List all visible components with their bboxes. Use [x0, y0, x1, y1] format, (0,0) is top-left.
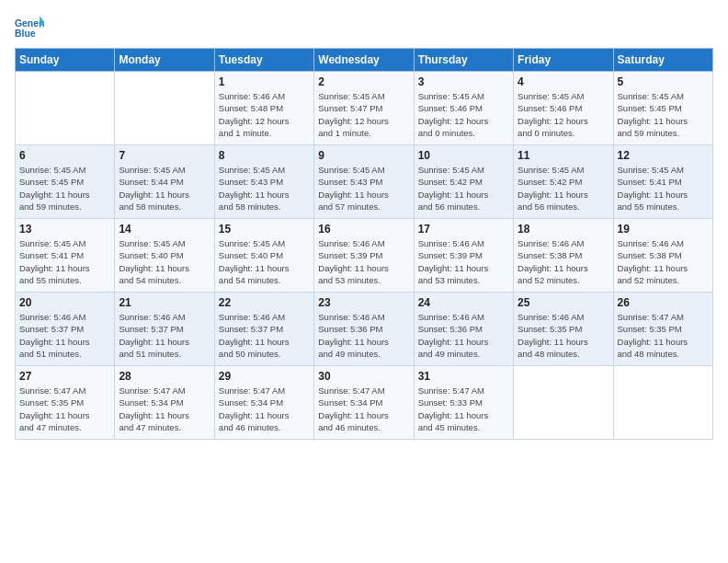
- day-detail: Sunrise: 5:45 AM Sunset: 5:44 PM Dayligh…: [119, 164, 210, 213]
- calendar-cell: 11Sunrise: 5:45 AM Sunset: 5:42 PM Dayli…: [514, 145, 613, 219]
- calendar-cell: 7Sunrise: 5:45 AM Sunset: 5:44 PM Daylig…: [115, 145, 214, 219]
- day-number: 4: [518, 75, 609, 88]
- day-detail: Sunrise: 5:47 AM Sunset: 5:33 PM Dayligh…: [418, 385, 509, 433]
- calendar-cell: 17Sunrise: 5:46 AM Sunset: 5:39 PM Dayli…: [414, 219, 513, 293]
- day-number: 7: [119, 149, 210, 162]
- day-detail: Sunrise: 5:45 AM Sunset: 5:40 PM Dayligh…: [119, 237, 210, 286]
- day-detail: Sunrise: 5:46 AM Sunset: 5:37 PM Dayligh…: [119, 311, 210, 360]
- day-detail: Sunrise: 5:45 AM Sunset: 5:41 PM Dayligh…: [19, 237, 110, 286]
- day-detail: Sunrise: 5:45 AM Sunset: 5:40 PM Dayligh…: [219, 237, 310, 286]
- day-detail: Sunrise: 5:45 AM Sunset: 5:45 PM Dayligh…: [618, 90, 709, 139]
- day-detail: Sunrise: 5:45 AM Sunset: 5:42 PM Dayligh…: [418, 164, 509, 213]
- calendar-cell: 30Sunrise: 5:47 AM Sunset: 5:34 PM Dayli…: [314, 366, 414, 440]
- day-detail: Sunrise: 5:45 AM Sunset: 5:42 PM Dayligh…: [518, 164, 609, 213]
- day-number: 13: [19, 223, 110, 236]
- weekday-header-sunday: Sunday: [16, 49, 115, 72]
- day-detail: Sunrise: 5:45 AM Sunset: 5:45 PM Dayligh…: [19, 164, 110, 213]
- day-detail: Sunrise: 5:46 AM Sunset: 5:38 PM Dayligh…: [618, 237, 709, 286]
- day-number: 30: [318, 370, 409, 383]
- day-detail: Sunrise: 5:46 AM Sunset: 5:36 PM Dayligh…: [418, 311, 509, 360]
- day-number: 15: [219, 223, 310, 236]
- day-number: 27: [19, 370, 110, 383]
- calendar-cell: 14Sunrise: 5:45 AM Sunset: 5:40 PM Dayli…: [115, 219, 214, 293]
- day-detail: Sunrise: 5:47 AM Sunset: 5:35 PM Dayligh…: [19, 385, 110, 433]
- day-number: 22: [219, 296, 310, 309]
- page-header: General Blue: [15, 15, 713, 40]
- calendar-cell: 15Sunrise: 5:45 AM Sunset: 5:40 PM Dayli…: [214, 219, 313, 293]
- calendar-cell: 5Sunrise: 5:45 AM Sunset: 5:45 PM Daylig…: [613, 72, 712, 145]
- calendar-cell: [514, 366, 613, 440]
- weekday-header-tuesday: Tuesday: [214, 49, 313, 72]
- calendar-cell: 4Sunrise: 5:45 AM Sunset: 5:46 PM Daylig…: [514, 72, 613, 145]
- day-number: 2: [318, 75, 409, 88]
- calendar-cell: 22Sunrise: 5:46 AM Sunset: 5:37 PM Dayli…: [214, 293, 313, 366]
- day-detail: Sunrise: 5:46 AM Sunset: 5:37 PM Dayligh…: [19, 311, 110, 360]
- day-number: 25: [518, 296, 609, 309]
- day-detail: Sunrise: 5:46 AM Sunset: 5:38 PM Dayligh…: [518, 237, 609, 286]
- day-number: 14: [119, 223, 210, 236]
- day-detail: Sunrise: 5:45 AM Sunset: 5:46 PM Dayligh…: [418, 90, 509, 139]
- calendar-week-5: 27Sunrise: 5:47 AM Sunset: 5:35 PM Dayli…: [16, 366, 713, 440]
- day-detail: Sunrise: 5:45 AM Sunset: 5:43 PM Dayligh…: [219, 164, 310, 213]
- day-number: 21: [119, 296, 210, 309]
- calendar-cell: [115, 72, 214, 145]
- calendar-table: SundayMondayTuesdayWednesdayThursdayFrid…: [15, 48, 713, 440]
- day-number: 6: [19, 149, 110, 162]
- day-number: 3: [418, 75, 509, 88]
- day-number: 9: [318, 149, 409, 162]
- calendar-week-3: 13Sunrise: 5:45 AM Sunset: 5:41 PM Dayli…: [16, 219, 713, 293]
- day-number: 12: [618, 149, 709, 162]
- calendar-week-2: 6Sunrise: 5:45 AM Sunset: 5:45 PM Daylig…: [16, 145, 713, 219]
- logo: General Blue: [15, 15, 44, 40]
- calendar-cell: 12Sunrise: 5:45 AM Sunset: 5:41 PM Dayli…: [613, 145, 712, 219]
- day-detail: Sunrise: 5:47 AM Sunset: 5:34 PM Dayligh…: [119, 385, 210, 433]
- calendar-cell: 27Sunrise: 5:47 AM Sunset: 5:35 PM Dayli…: [16, 366, 115, 440]
- day-number: 26: [618, 296, 709, 309]
- day-number: 8: [219, 149, 310, 162]
- day-number: 10: [418, 149, 509, 162]
- day-detail: Sunrise: 5:45 AM Sunset: 5:41 PM Dayligh…: [618, 164, 709, 213]
- calendar-cell: 8Sunrise: 5:45 AM Sunset: 5:43 PM Daylig…: [214, 145, 313, 219]
- day-number: 23: [318, 296, 409, 309]
- day-number: 5: [618, 75, 709, 88]
- calendar-cell: 31Sunrise: 5:47 AM Sunset: 5:33 PM Dayli…: [414, 366, 513, 440]
- calendar-cell: 9Sunrise: 5:45 AM Sunset: 5:43 PM Daylig…: [314, 145, 414, 219]
- day-detail: Sunrise: 5:46 AM Sunset: 5:35 PM Dayligh…: [518, 311, 609, 360]
- day-number: 28: [119, 370, 210, 383]
- svg-text:Blue: Blue: [15, 29, 36, 39]
- calendar-week-1: 1Sunrise: 5:46 AM Sunset: 5:48 PM Daylig…: [16, 72, 713, 145]
- calendar-cell: 25Sunrise: 5:46 AM Sunset: 5:35 PM Dayli…: [514, 293, 613, 366]
- day-detail: Sunrise: 5:46 AM Sunset: 5:39 PM Dayligh…: [318, 237, 409, 286]
- calendar-cell: 28Sunrise: 5:47 AM Sunset: 5:34 PM Dayli…: [115, 366, 214, 440]
- day-detail: Sunrise: 5:46 AM Sunset: 5:39 PM Dayligh…: [418, 237, 509, 286]
- calendar-cell: 16Sunrise: 5:46 AM Sunset: 5:39 PM Dayli…: [314, 219, 414, 293]
- calendar-cell: 3Sunrise: 5:45 AM Sunset: 5:46 PM Daylig…: [414, 72, 513, 145]
- day-detail: Sunrise: 5:45 AM Sunset: 5:46 PM Dayligh…: [518, 90, 609, 139]
- calendar-cell: 2Sunrise: 5:45 AM Sunset: 5:47 PM Daylig…: [314, 72, 414, 145]
- day-detail: Sunrise: 5:46 AM Sunset: 5:37 PM Dayligh…: [219, 311, 310, 360]
- weekday-header-thursday: Thursday: [414, 49, 513, 72]
- weekday-header-wednesday: Wednesday: [314, 49, 414, 72]
- calendar-cell: 13Sunrise: 5:45 AM Sunset: 5:41 PM Dayli…: [16, 219, 115, 293]
- day-number: 17: [418, 223, 509, 236]
- calendar-cell: 21Sunrise: 5:46 AM Sunset: 5:37 PM Dayli…: [115, 293, 214, 366]
- day-number: 29: [219, 370, 310, 383]
- calendar-cell: 10Sunrise: 5:45 AM Sunset: 5:42 PM Dayli…: [414, 145, 513, 219]
- day-number: 16: [318, 223, 409, 236]
- day-detail: Sunrise: 5:45 AM Sunset: 5:43 PM Dayligh…: [318, 164, 409, 213]
- day-detail: Sunrise: 5:47 AM Sunset: 5:34 PM Dayligh…: [318, 385, 409, 433]
- day-number: 1: [219, 75, 310, 88]
- logo-icon: General Blue: [15, 15, 44, 40]
- calendar-week-4: 20Sunrise: 5:46 AM Sunset: 5:37 PM Dayli…: [16, 293, 713, 366]
- day-number: 20: [19, 296, 110, 309]
- calendar-cell: [613, 366, 712, 440]
- day-number: 11: [518, 149, 609, 162]
- calendar-cell: 29Sunrise: 5:47 AM Sunset: 5:34 PM Dayli…: [214, 366, 313, 440]
- day-number: 31: [418, 370, 509, 383]
- weekday-header-friday: Friday: [514, 49, 613, 72]
- day-number: 24: [418, 296, 509, 309]
- day-number: 18: [518, 223, 609, 236]
- day-detail: Sunrise: 5:45 AM Sunset: 5:47 PM Dayligh…: [318, 90, 409, 139]
- weekday-header-monday: Monday: [115, 49, 214, 72]
- calendar-cell: 1Sunrise: 5:46 AM Sunset: 5:48 PM Daylig…: [214, 72, 313, 145]
